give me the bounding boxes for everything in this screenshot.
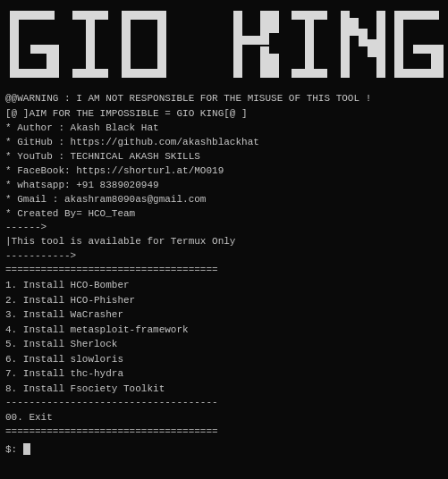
divider1: ------> [5, 221, 443, 235]
svg-rect-10 [157, 11, 166, 78]
svg-rect-22 [350, 18, 359, 36]
menu-item-4: 4. Install metasploit-framework [5, 323, 443, 338]
menu-item-7: 7. Install thc-hydra [5, 366, 443, 382]
whatsapp-line: * whatsapp: +91 8389020949 [5, 179, 443, 193]
prompt-text: $: [5, 444, 23, 455]
title-area [0, 0, 448, 90]
svg-rect-7 [72, 69, 108, 78]
exit-option: 00. Exit [5, 410, 443, 425]
title-svg [5, 9, 444, 85]
svg-rect-23 [359, 29, 368, 46]
menu-list: 1. Install HCO-Bomber 2. Install HCO-Phi… [5, 278, 443, 396]
separator1: ==================================== [5, 264, 443, 278]
svg-rect-12 [233, 11, 242, 78]
aim-line: [@ ]AIM FOR THE IMPOSSIBLE = GIO KING[@ … [5, 107, 443, 122]
svg-rect-25 [376, 11, 385, 78]
svg-rect-4 [30, 45, 59, 54]
svg-rect-30 [413, 45, 442, 54]
gmail-line: * Gmail : akashram8090as@gmail.com [5, 193, 443, 207]
svg-rect-6 [86, 11, 95, 78]
svg-rect-14 [260, 11, 269, 38]
cursor [23, 443, 30, 455]
svg-rect-15 [260, 46, 269, 78]
svg-rect-1 [10, 11, 19, 78]
svg-rect-11 [122, 69, 166, 78]
menu-item-6: 6. Install slowloris [5, 352, 443, 367]
prompt-line[interactable]: $: [5, 443, 443, 458]
menu-item-2: 2. Install HCO-Phisher [5, 293, 443, 308]
author-line: * Author : Akash Black Hat [5, 122, 443, 136]
warning-line: @@WARNING : I AM NOT RESPONSIBLE FOR THE… [5, 92, 443, 106]
separator3: ==================================== [5, 425, 443, 440]
youtube-line: * YouTub : TECHNICAL AKASH SKILLS [5, 150, 443, 164]
menu-item-8: 8. Install Fsociety Toolkit [5, 382, 443, 397]
facebook-line: * FaceBook: https://shorturl.at/MO019 [5, 164, 443, 179]
menu-item-5: 5. Install Sherlock [5, 337, 443, 352]
github-line: * GitHub : https://github.com/akashblack… [5, 136, 443, 150]
terminal-content: @@WARNING : I AM NOT RESPONSIBLE FOR THE… [0, 90, 448, 459]
divider2: -----------> [5, 249, 443, 264]
svg-rect-24 [368, 39, 376, 57]
svg-rect-19 [305, 11, 314, 78]
svg-rect-21 [341, 11, 350, 78]
svg-rect-17 [268, 54, 279, 78]
created-line: * Created By= HCO_Team [5, 207, 443, 222]
svg-rect-9 [122, 11, 131, 78]
svg-rect-20 [292, 69, 327, 78]
menu-item-1: 1. Install HCO-Bomber [5, 278, 443, 293]
svg-rect-16 [268, 11, 279, 33]
svg-rect-27 [394, 11, 403, 78]
available-line: |This tool is available for Termux Only [5, 235, 443, 249]
separator2: ------------------------------------ [5, 396, 443, 410]
terminal-window: @@WARNING : I AM NOT RESPONSIBLE FOR THE… [0, 0, 448, 479]
menu-item-3: 3. Install WaCrasher [5, 307, 443, 323]
